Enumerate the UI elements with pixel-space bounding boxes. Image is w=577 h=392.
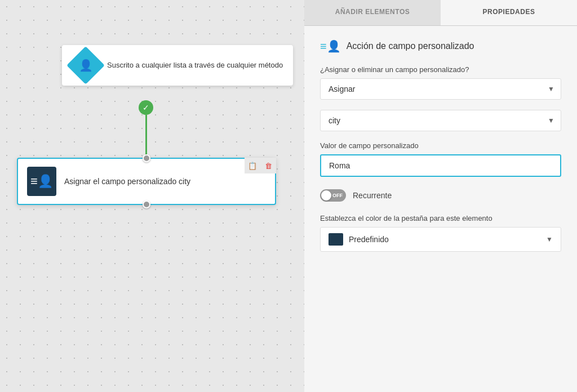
action-icon-box: ≡👤 [27,167,56,196]
toggle-label: Recurrente [353,191,392,200]
trigger-icon: 👤 [66,46,105,84]
color-select[interactable]: Predefinido ▼ [320,227,561,252]
right-panel: AÑADIR ELEMENTOS PROPIEDADES ≡👤 Acción d… [304,0,577,392]
color-label: Establezca el color de la pestaña para e… [320,214,561,222]
section-header: ≡👤 Acción de campo personalizado [320,39,561,53]
custom-field-label: Valor de campo personalizado [320,141,561,150]
custom-field-icon: ≡👤 [320,39,341,53]
canvas-panel: 👤 Suscrito a cualquier lista a través de… [0,0,304,392]
assign-dropdown-wrapper: Asignar ▼ [320,78,561,100]
action-node[interactable]: 📋 🗑 ≡👤 Asignar el campo personalizado ci… [17,158,276,205]
custom-field-input[interactable] [320,154,561,177]
color-select-wrapper: Predefinido ▼ [320,227,561,252]
person-icon: 👤 [79,59,93,72]
check-circle: ✓ [139,100,153,115]
toggle-row: OFF Recurrente [320,189,561,202]
delete-button[interactable]: 🗑 [260,158,276,173]
tab-properties[interactable]: PROPIEDADES [441,0,577,25]
node-dot-bottom [143,201,150,208]
trigger-node[interactable]: 👤 Suscrito a cualquier lista a través de… [62,45,293,86]
properties-content: ≡👤 Acción de campo personalizado ¿Asigna… [304,26,577,392]
assign-label: ¿Asignar o eliminar un campo personaliza… [320,65,561,74]
toggle-knob [321,190,331,201]
trigger-text: Suscrito a cualquier lista a través de c… [107,60,283,70]
connector-line [145,115,147,160]
city-dropdown-wrapper: city ▼ [320,110,561,131]
tab-add-elements[interactable]: AÑADIR ELEMENTOS [304,0,441,25]
copy-button[interactable]: 📋 [245,158,260,173]
recurrente-toggle[interactable]: OFF [320,189,346,202]
connector-area: ✓ [139,100,153,160]
color-select-arrow: ▼ [546,235,553,243]
tabs-bar: AÑADIR ELEMENTOS PROPIEDADES [304,0,577,26]
color-swatch [329,233,343,246]
section-title: Acción de campo personalizado [347,41,474,51]
toggle-off-label: OFF [332,193,343,198]
assign-select[interactable]: Asignar [320,78,561,100]
color-value-label: Predefinido [349,235,389,244]
node-dot-top [143,154,150,162]
action-node-header: ≡👤 Asignar el campo personalizado city [18,159,275,204]
city-select[interactable]: city [320,110,561,131]
action-person-icon: ≡👤 [30,174,53,189]
action-text: Asignar el campo personalizado city [64,177,190,186]
action-node-tools: 📋 🗑 [245,158,276,173]
